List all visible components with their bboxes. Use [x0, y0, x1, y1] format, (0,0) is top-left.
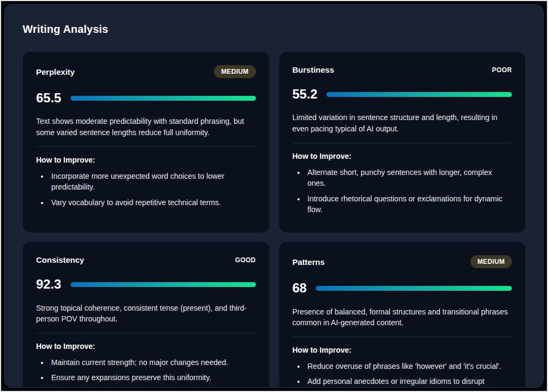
divider [293, 143, 512, 143]
card-header: Perplexity MEDIUM [36, 65, 256, 78]
progress-bar [71, 96, 256, 101]
status-badge: GOOD [235, 256, 255, 264]
metric-score: 55.2 [293, 87, 318, 101]
metric-score: 92.3 [36, 277, 61, 291]
progress-bar [327, 92, 512, 97]
improve-heading: How to Improve: [36, 342, 256, 351]
score-row: 65.5 [36, 91, 256, 105]
metric-description: Presence of balanced, formal structures … [293, 306, 512, 328]
improvement-item: Add personal anecdotes or irregular idio… [306, 376, 512, 388]
improvement-list: Reduce overuse of phrases like 'however'… [293, 361, 512, 388]
improvement-item: Vary vocabulary to avoid repetitive tech… [49, 197, 256, 208]
status-badge: MEDIUM [214, 65, 255, 78]
card-header: Consistency GOOD [36, 255, 256, 264]
status-badge: POOR [492, 66, 512, 74]
status-badge: MEDIUM [470, 255, 512, 268]
progress-bar [316, 286, 512, 291]
score-row: 55.2 [293, 87, 512, 101]
improve-heading: How to Improve: [293, 346, 512, 354]
improvement-list: Maintain current strength; no major chan… [36, 357, 256, 383]
improve-heading: How to Improve: [36, 156, 256, 164]
metrics-grid: Perplexity MEDIUM 65.5 Text shows modera… [23, 52, 525, 388]
card-title: Patterns [293, 257, 325, 267]
metric-card-consistency: Consistency GOOD 92.3 Strong topical coh… [23, 242, 269, 388]
improvement-item: Introduce rhetorical questions or exclam… [306, 193, 512, 215]
card-title: Burstiness [293, 65, 335, 74]
metric-card-burstiness: Burstiness POOR 55.2 Limited variation i… [279, 52, 526, 233]
divider [36, 333, 256, 333]
metric-score: 68 [293, 281, 307, 295]
improvement-list: Incorporate more unexpected word choices… [36, 171, 256, 208]
improvement-item: Reduce overuse of phrases like 'however'… [306, 361, 512, 372]
page-title: Writing Analysis [23, 23, 525, 36]
metric-description: Limited variation in sentence structure … [293, 112, 512, 134]
window-frame: Writing Analysis Perplexity MEDIUM 65.5 … [0, 0, 548, 392]
metric-card-perplexity: Perplexity MEDIUM 65.5 Text shows modera… [23, 52, 269, 233]
improvement-item: Incorporate more unexpected word choices… [49, 171, 256, 193]
progress-bar [71, 282, 256, 287]
improvement-item: Ensure any expansions preserve this unif… [49, 372, 256, 383]
metric-description: Strong topical coherence, consistent ten… [36, 303, 256, 325]
card-header: Burstiness POOR [293, 65, 512, 74]
writing-analysis-panel: Writing Analysis Perplexity MEDIUM 65.5 … [4, 4, 544, 388]
improvement-item: Maintain current strength; no major chan… [49, 357, 256, 368]
improve-heading: How to Improve: [293, 152, 512, 160]
metric-score: 65.5 [36, 91, 61, 105]
divider [293, 337, 512, 337]
score-row: 68 [293, 281, 512, 295]
improvement-list: Alternate short, punchy sentences with l… [293, 167, 512, 215]
divider [36, 146, 256, 147]
card-title: Perplexity [36, 67, 75, 76]
metric-card-patterns: Patterns MEDIUM 68 Presence of balanced,… [279, 242, 526, 388]
score-row: 92.3 [36, 277, 256, 291]
card-title: Consistency [36, 255, 84, 264]
improvement-item: Alternate short, punchy sentences with l… [306, 167, 512, 189]
metric-description: Text shows moderate predictability with … [36, 116, 256, 138]
card-header: Patterns MEDIUM [293, 255, 512, 268]
